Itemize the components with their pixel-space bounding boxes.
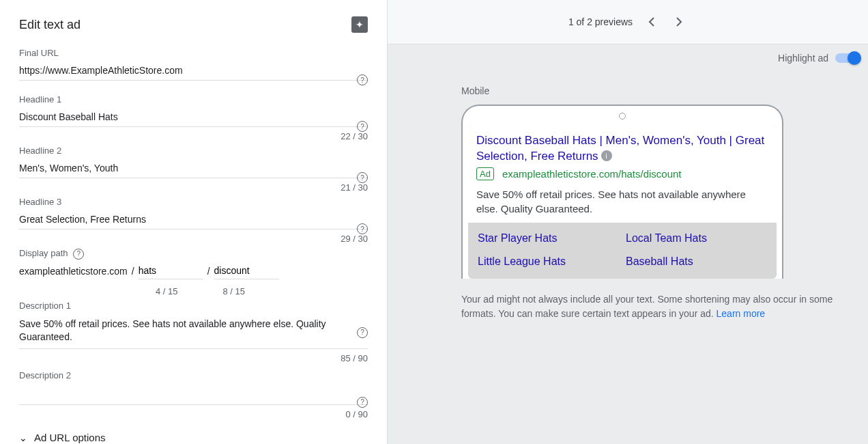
description2-counter: 0 / 90: [19, 409, 368, 419]
ad-badge: Ad: [476, 167, 494, 180]
help-icon[interactable]: ?: [357, 327, 368, 338]
sitelink[interactable]: Little League Hats: [478, 255, 619, 268]
display-path-label: Display path ?: [19, 248, 368, 260]
final-url-input[interactable]: [19, 62, 368, 81]
editor-panel: Edit text ad ✦ Final URL ? Headline 1 ? …: [0, 0, 388, 444]
path2-input[interactable]: [214, 264, 279, 279]
headline1-label: Headline 1: [19, 94, 368, 105]
description1-input[interactable]: [19, 315, 368, 349]
info-icon[interactable]: i: [601, 150, 612, 161]
prev-preview-button[interactable]: [643, 14, 660, 30]
sitelink[interactable]: Star Player Hats: [478, 232, 619, 245]
mobile-label: Mobile: [461, 85, 848, 96]
path1-input[interactable]: [139, 264, 203, 279]
description1-label: Description 1: [19, 301, 368, 311]
sitelink[interactable]: Baseball Hats: [626, 255, 767, 268]
sitelink[interactable]: Local Team Hats: [626, 232, 767, 245]
help-icon[interactable]: ?: [73, 249, 84, 260]
phone-speaker-icon: [619, 113, 626, 120]
chevron-down-icon: ⌄: [19, 432, 27, 443]
path1-counter: 4 / 15: [156, 286, 178, 296]
headline3-label: Headline 3: [19, 197, 368, 207]
help-icon[interactable]: ?: [357, 397, 368, 408]
ad-card: Discount Baseball Hats | Men's, Women's,…: [468, 125, 777, 279]
headline2-input[interactable]: [19, 160, 368, 178]
headline2-label: Headline 2: [19, 145, 368, 156]
preview-panel: 1 of 2 previews Highlight ad Mobile Disc…: [388, 0, 868, 444]
sparkle-icon[interactable]: ✦: [351, 16, 368, 33]
panel-title: Edit text ad: [19, 18, 81, 32]
headline1-counter: 22 / 30: [19, 131, 368, 141]
next-preview-button[interactable]: [671, 14, 687, 30]
preview-counter: 1 of 2 previews: [568, 16, 633, 27]
help-icon[interactable]: ?: [357, 172, 368, 183]
description1-counter: 85 / 90: [19, 353, 368, 363]
learn-more-link[interactable]: Learn more: [717, 308, 766, 319]
ad-headline: Discount Baseball Hats | Men's, Women's,…: [476, 133, 768, 165]
help-icon[interactable]: ?: [357, 121, 368, 132]
description2-label: Description 2: [19, 370, 368, 380]
headline3-counter: 29 / 30: [19, 234, 368, 244]
headline3-input[interactable]: [19, 211, 368, 230]
disclaimer: Your ad might not always include all you…: [461, 292, 848, 321]
final-url-label: Final URL: [19, 48, 368, 58]
headline1-input[interactable]: [19, 109, 368, 127]
help-icon[interactable]: ?: [357, 223, 368, 234]
ad-description: Save 50% off retail prices. See hats not…: [476, 187, 768, 216]
path2-counter: 8 / 15: [223, 286, 246, 296]
help-icon[interactable]: ?: [357, 74, 368, 85]
headline2-counter: 21 / 30: [19, 182, 368, 193]
ad-display-url: exampleathleticstore.com/hats/discount: [502, 168, 682, 180]
phone-frame: Discount Baseball Hats | Men's, Women's,…: [461, 105, 783, 279]
display-path-base: exampleathleticstore.com: [19, 266, 128, 277]
highlight-label: Highlight ad: [778, 53, 828, 64]
ad-url-options-expander[interactable]: ⌄ Ad URL options: [19, 432, 368, 443]
highlight-toggle[interactable]: [835, 53, 858, 63]
description2-input[interactable]: [19, 385, 368, 406]
